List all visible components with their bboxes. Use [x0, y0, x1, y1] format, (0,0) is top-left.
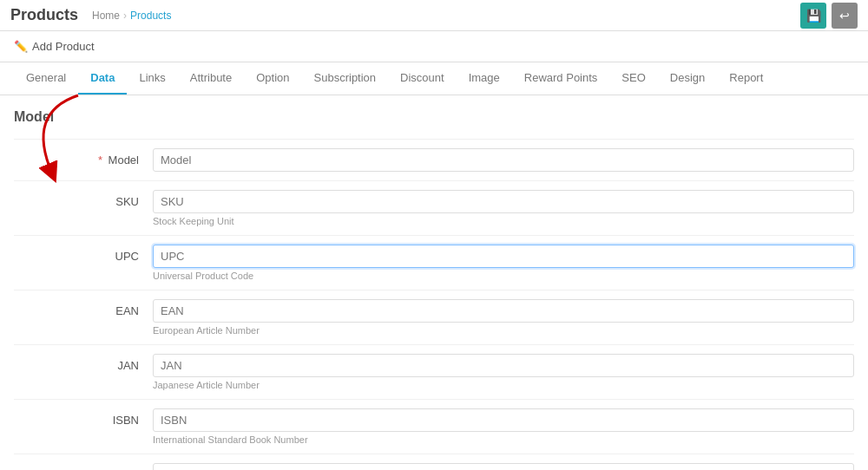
breadcrumb-separator: › — [123, 10, 127, 22]
input-model[interactable] — [153, 148, 854, 172]
tab-links[interactable]: Links — [127, 62, 177, 95]
add-product-bar: ✏️ Add Product — [0, 31, 868, 62]
field-sku: Stock Keeping Unit — [153, 190, 854, 226]
tab-data[interactable]: Data — [78, 62, 127, 95]
field-ean: European Article Number — [153, 299, 854, 336]
tab-image[interactable]: Image — [457, 62, 512, 95]
top-bar-left: Products Home › Products — [10, 6, 171, 24]
field-jan: Japanese Article Number — [153, 354, 854, 390]
label-upc: UPC — [14, 245, 153, 263]
form-row-model: * Model — [14, 139, 854, 180]
top-bar: Products Home › Products 💾 ↩ — [0, 0, 868, 31]
pencil-icon: ✏️ — [14, 40, 28, 53]
save-button[interactable]: 💾 — [800, 3, 826, 29]
field-model — [153, 148, 854, 172]
input-ean[interactable] — [153, 299, 854, 323]
form-fields: * ModelSKUStock Keeping UnitUPCUniversal… — [14, 139, 854, 470]
label-sku: SKU — [14, 190, 153, 208]
required-star: * — [98, 153, 106, 166]
hint-isbn: International Standard Book Number — [153, 434, 854, 445]
tab-option[interactable]: Option — [244, 62, 301, 95]
tab-attribute[interactable]: Attribute — [178, 62, 244, 95]
form-row-ean: EANEuropean Article Number — [14, 290, 854, 344]
tab-seo[interactable]: SEO — [609, 62, 657, 95]
label-ean: EAN — [14, 299, 153, 317]
tab-reward_points[interactable]: Reward Points — [512, 62, 610, 95]
label-model: * Model — [14, 148, 153, 166]
back-button[interactable]: ↩ — [832, 3, 858, 29]
input-jan[interactable] — [153, 354, 854, 377]
hint-sku: Stock Keeping Unit — [153, 216, 854, 226]
top-bar-actions: 💾 ↩ — [800, 3, 858, 29]
page-title: Products — [10, 6, 78, 24]
field-upc: Universal Product Code — [153, 245, 854, 281]
tabs-bar: GeneralDataLinksAttributeOptionSubscript… — [0, 62, 868, 95]
breadcrumb: Home › Products — [92, 10, 171, 22]
tab-general[interactable]: General — [14, 62, 78, 95]
hint-ean: European Article Number — [153, 325, 854, 336]
content-area: Model * ModelSKUStock Keeping UnitUPCUni… — [0, 95, 868, 470]
tab-subscription[interactable]: Subscription — [302, 62, 389, 95]
breadcrumb-current: Products — [130, 10, 171, 22]
tab-discount[interactable]: Discount — [388, 62, 457, 95]
input-sku[interactable] — [153, 190, 854, 213]
breadcrumb-home[interactable]: Home — [92, 10, 120, 22]
input-isbn[interactable] — [153, 408, 854, 432]
form-row-upc: UPCUniversal Product Code — [14, 235, 854, 290]
label-isbn: ISBN — [14, 408, 153, 427]
input-mpn[interactable] — [153, 463, 854, 470]
form-row-sku: SKUStock Keeping Unit — [14, 180, 854, 235]
label-jan: JAN — [14, 354, 153, 372]
form-row-jan: JANJapanese Article Number — [14, 344, 854, 399]
add-product-label: Add Product — [32, 40, 95, 53]
label-mpn: MPN — [14, 463, 153, 470]
field-isbn: International Standard Book Number — [153, 408, 854, 445]
add-product-link[interactable]: ✏️ Add Product — [14, 40, 95, 53]
hint-upc: Universal Product Code — [153, 271, 854, 281]
input-upc[interactable] — [153, 245, 854, 268]
section-title: Model — [14, 109, 854, 125]
form-row-mpn: MPNManufacturer Part Number — [14, 454, 854, 470]
field-mpn: Manufacturer Part Number — [153, 463, 854, 470]
form-row-isbn: ISBNInternational Standard Book Number — [14, 399, 854, 454]
tab-report[interactable]: Report — [717, 62, 775, 95]
tab-design[interactable]: Design — [658, 62, 717, 95]
hint-jan: Japanese Article Number — [153, 380, 854, 390]
